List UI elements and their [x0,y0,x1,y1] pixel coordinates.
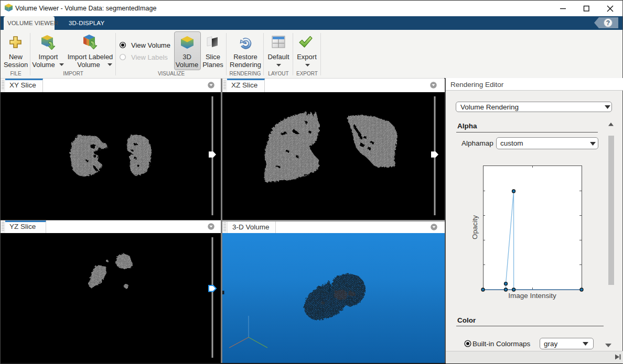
svg-text:Image Intensity: Image Intensity [508,292,556,300]
svg-text:?: ? [606,19,610,27]
svg-text:Opacity: Opacity [471,215,479,239]
